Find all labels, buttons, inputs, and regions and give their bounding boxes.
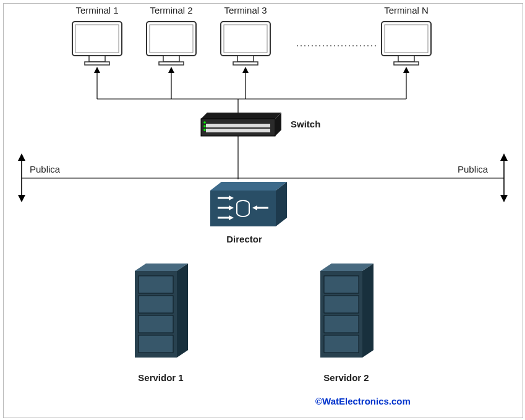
svg-rect-24 — [150, 25, 193, 53]
switch-label: Switch — [291, 119, 320, 129]
director-label: Director — [204, 234, 284, 244]
svg-rect-30 — [233, 62, 258, 65]
switch-icon — [195, 111, 281, 142]
publica-left-label: Publica — [30, 164, 60, 174]
svg-rect-67 — [324, 296, 359, 313]
svg-rect-26 — [159, 62, 184, 65]
server-1-label: Servidor 1 — [124, 372, 198, 383]
svg-point-41 — [203, 125, 206, 127]
svg-marker-43 — [210, 182, 287, 191]
terminal-n-icon — [378, 19, 434, 68]
svg-marker-58 — [177, 264, 188, 358]
svg-point-40 — [203, 121, 206, 124]
director-icon — [204, 179, 297, 235]
svg-rect-59 — [139, 276, 173, 293]
svg-rect-68 — [324, 315, 359, 333]
terminal-1-icon — [69, 19, 125, 68]
svg-rect-29 — [237, 56, 254, 62]
svg-rect-66 — [324, 276, 359, 293]
terminal-2-icon — [143, 19, 199, 68]
svg-rect-20 — [75, 25, 119, 53]
svg-rect-38 — [206, 124, 270, 127]
terminal-2-label: Terminal 2 — [143, 5, 199, 15]
svg-rect-22 — [85, 62, 109, 65]
svg-rect-47 — [237, 204, 249, 213]
server-2-icon — [309, 260, 383, 371]
svg-rect-39 — [206, 129, 270, 132]
svg-rect-69 — [324, 335, 359, 353]
svg-point-42 — [203, 129, 206, 131]
svg-rect-21 — [89, 56, 105, 62]
terminal-n-label: Terminal N — [378, 5, 434, 15]
server-1-icon — [124, 260, 198, 371]
terminal-3-icon — [218, 19, 273, 68]
svg-marker-65 — [362, 264, 373, 358]
svg-rect-25 — [163, 56, 179, 62]
publica-right-label: Publica — [458, 164, 488, 174]
svg-rect-60 — [139, 296, 173, 313]
svg-rect-28 — [224, 25, 267, 53]
credit-text: ©WatElectronics.com — [315, 396, 411, 406]
svg-rect-62 — [139, 335, 173, 353]
svg-marker-35 — [201, 113, 281, 119]
terminal-3-label: Terminal 3 — [218, 5, 273, 15]
svg-rect-33 — [398, 56, 414, 62]
svg-rect-61 — [139, 315, 173, 333]
svg-rect-34 — [394, 62, 419, 65]
terminal-1-label: Terminal 1 — [69, 5, 125, 15]
server-2-label: Servidor 2 — [309, 372, 383, 383]
svg-rect-32 — [385, 25, 428, 53]
